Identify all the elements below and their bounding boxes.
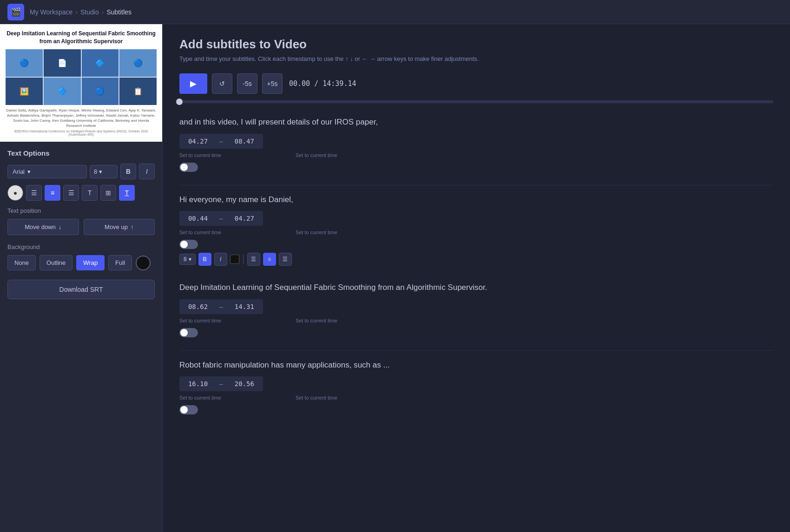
page-subtitle: Type and time your subtitles. Click each…	[179, 55, 773, 62]
end-time-1[interactable]: 08.47	[226, 134, 263, 149]
bg-wrap-button[interactable]: Wrap	[76, 255, 105, 270]
set-time-row-2: Set to current time Set to current time	[179, 230, 773, 235]
start-time-1[interactable]: 04.27	[179, 134, 217, 149]
mini-align-center[interactable]: ≡	[263, 253, 276, 266]
alignment-controls: ● ☰ ≡ ☰ T ⊞ T	[7, 185, 155, 201]
toggle-3[interactable]	[179, 328, 198, 337]
main-content: Add subtitles to Video Type and time you…	[163, 24, 790, 532]
video-authors: Daniel Seita, Aditya Ganapathi, Ryan Hoq…	[6, 108, 157, 129]
subtitle-text-3[interactable]: Deep Imitation Learning of Sequential Fa…	[179, 282, 773, 294]
dash-4: –	[217, 376, 226, 391]
timestamp-row-1: 04.27 – 08.47	[179, 134, 773, 149]
end-time-3[interactable]: 14.31	[226, 299, 263, 314]
set-end-2[interactable]: Set to current time	[296, 230, 337, 235]
align-circle[interactable]: ●	[7, 185, 23, 201]
set-end-3[interactable]: Set to current time	[296, 318, 337, 323]
set-end-4[interactable]: Set to current time	[296, 395, 337, 401]
align-bottom[interactable]: T	[119, 185, 135, 201]
mini-italic-button[interactable]: I	[214, 253, 227, 266]
mini-bold-button[interactable]: B	[198, 253, 211, 266]
thumb-7: 🔵	[82, 78, 119, 105]
end-time-4[interactable]: 20.56	[226, 376, 263, 391]
size-chevron: ▾	[99, 168, 102, 175]
current-time: 00.00 / 14:39.14	[289, 79, 356, 88]
dash-2: –	[217, 211, 226, 226]
move-up-label: Move up	[105, 223, 128, 230]
separator-3	[179, 350, 773, 351]
thumb-6: 🔷	[44, 78, 81, 105]
subtitle-entry-2: Hi everyone, my name is Daniel, 00.44 – …	[179, 194, 773, 269]
start-time-3[interactable]: 08.62	[179, 299, 217, 314]
breadcrumb-studio[interactable]: Studio	[80, 8, 99, 16]
align-middle[interactable]: ⊞	[100, 185, 116, 201]
move-down-label: Move down	[25, 223, 55, 230]
align-top[interactable]: T	[82, 185, 98, 201]
toggle-thumb-3	[180, 329, 188, 336]
subtitle-text-1[interactable]: and in this video, I will present detail…	[179, 116, 773, 128]
move-down-button[interactable]: Move down ↓	[7, 219, 79, 235]
thumb-4: 🔵	[119, 49, 157, 77]
rewind-icon: ↺	[219, 80, 225, 87]
video-title: Deep Imitation Learning of Sequential Fa…	[6, 30, 157, 46]
text-options-title: Text Options	[7, 149, 155, 157]
bold-button[interactable]: B	[120, 164, 136, 179]
set-time-row-3: Set to current time Set to current time	[179, 318, 773, 323]
thumb-1: 🔵	[6, 49, 43, 77]
subtitle-entry-1: and in this video, I will present detail…	[179, 116, 773, 172]
main-layout: Deep Imitation Learning of Sequential Fa…	[0, 24, 790, 532]
mini-align-right[interactable]: ☰	[279, 253, 292, 266]
subtitle-text-4[interactable]: Robot fabric manipulation has many appli…	[179, 359, 773, 371]
mini-toolbar-2: 8 ▾ B I ☰ ≡ ☰	[179, 250, 773, 269]
align-right[interactable]: ☰	[63, 185, 79, 201]
text-position-label: Text position	[7, 207, 155, 214]
subtitle-text-2[interactable]: Hi everyone, my name is Daniel,	[179, 194, 773, 206]
toggle-4[interactable]	[179, 405, 198, 414]
breadcrumb-current: Subtitles	[106, 8, 132, 16]
video-preview: 🔵 📄 🔷 🔵 🖼️ 🔷 🔵 📋	[6, 49, 157, 105]
breadcrumb-workspace[interactable]: My Workspace	[30, 8, 72, 16]
dash-1: –	[217, 134, 226, 149]
play-button[interactable]: ▶	[179, 73, 207, 94]
move-down-icon: ↓	[59, 223, 62, 230]
toggle-1[interactable]	[179, 163, 198, 172]
end-time-2[interactable]: 04.27	[226, 211, 263, 226]
set-start-4[interactable]: Set to current time	[179, 395, 221, 401]
toggle-2[interactable]	[179, 240, 198, 249]
bg-full-button[interactable]: Full	[108, 255, 132, 270]
toggle-thumb-4	[180, 406, 188, 414]
rewind-button[interactable]: ↺	[212, 73, 232, 94]
font-controls: Arial ▾ 8 ▾ B I	[7, 164, 155, 179]
bg-none-button[interactable]: None	[7, 255, 36, 270]
set-start-2[interactable]: Set to current time	[179, 230, 221, 235]
sidebar-options: Text Options Arial ▾ 8 ▾ B I ● ☰ ≡ ☰	[0, 142, 162, 307]
align-left[interactable]: ☰	[26, 185, 42, 201]
set-start-3[interactable]: Set to current time	[179, 318, 221, 323]
toggle-thumb-2	[180, 241, 188, 248]
video-conference: IEEE/RSJ International Conference on Int…	[6, 130, 157, 136]
mini-align-left[interactable]: ☰	[247, 253, 260, 266]
align-center[interactable]: ≡	[45, 185, 60, 201]
italic-button[interactable]: I	[139, 164, 155, 179]
breadcrumb-sep-1: ›	[75, 8, 78, 16]
move-up-button[interactable]: Move up ↑	[84, 219, 155, 235]
download-srt-button[interactable]: Download SRT	[7, 280, 155, 299]
progress-bar[interactable]	[179, 100, 773, 103]
start-time-4[interactable]: 16.10	[179, 376, 217, 391]
toggle-thumb-1	[180, 164, 188, 171]
separator-1	[179, 185, 773, 185]
font-chevron: ▾	[27, 168, 31, 175]
color-picker[interactable]	[136, 256, 151, 270]
video-thumbnail: Deep Imitation Learning of Sequential Fa…	[0, 24, 162, 142]
set-end-1[interactable]: Set to current time	[296, 152, 337, 158]
size-selector[interactable]: 8 ▾	[90, 165, 118, 178]
plus5-button[interactable]: +5s	[262, 73, 283, 94]
mini-size-select[interactable]: 8 ▾	[179, 254, 196, 265]
set-start-1[interactable]: Set to current time	[179, 152, 221, 158]
font-selector[interactable]: Arial ▾	[7, 165, 87, 178]
timestamp-row-3: 08.62 – 14.31	[179, 299, 773, 314]
minus5-button[interactable]: -5s	[237, 73, 257, 94]
start-time-2[interactable]: 00.44	[179, 211, 217, 226]
bg-outline-button[interactable]: Outline	[40, 255, 72, 270]
mini-color-picker[interactable]	[230, 255, 239, 264]
page-title: Add subtitles to Video	[179, 37, 773, 52]
